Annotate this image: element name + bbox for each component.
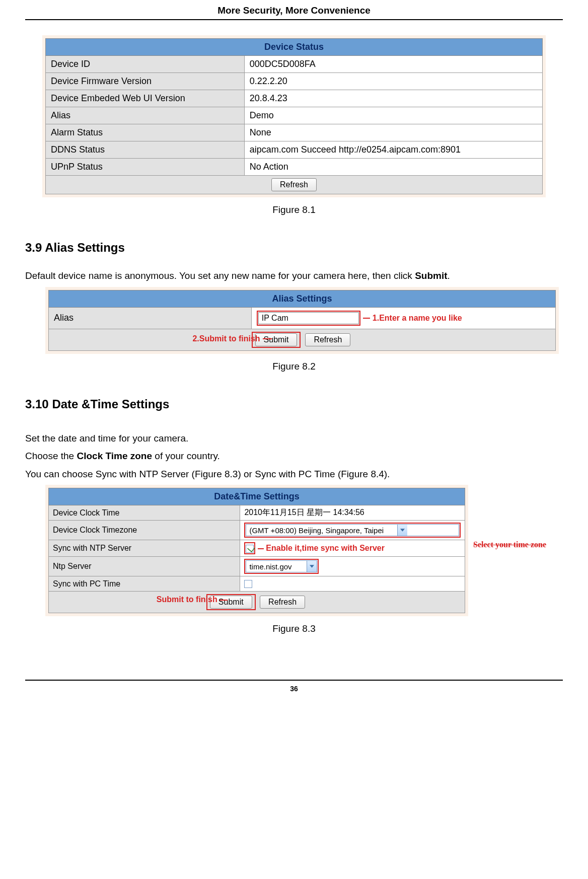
sync-ntp-checkbox[interactable]: [246, 545, 254, 553]
text-bold: Clock Time zone: [77, 451, 152, 461]
document-header: More Security, More Convenience: [25, 0, 563, 20]
alias-settings-title: Alias Settings: [49, 290, 556, 307]
figure-8-3: Date&Time Settings Device Clock Time 201…: [45, 485, 468, 616]
alias-label: Alias: [49, 307, 252, 329]
text: .: [448, 270, 450, 281]
refresh-button-fig83[interactable]: Refresh: [260, 596, 305, 609]
figure-8-2: Alias Settings Alias 1.Enter a name you …: [45, 287, 559, 354]
sync-ntp-cell: Enable it,time sync with Server: [240, 540, 465, 557]
row-value: 000DC5D008FA: [244, 56, 542, 73]
timezone-select-value: (GMT +08:00) Beijing, Singapore, Taipei: [246, 525, 397, 536]
chevron-down-icon: [397, 525, 407, 536]
page-number: 36: [25, 680, 563, 693]
figure-8-2-caption: Figure 8.2: [25, 361, 563, 372]
figure-8-3-caption: Figure 8.3: [25, 623, 563, 634]
datetime-settings-table: Date&Time Settings Device Clock Time 201…: [48, 488, 465, 613]
heading-3-10: 3.10 Date &Time Settings: [25, 397, 563, 411]
row-value: 20.8.4.23: [244, 90, 542, 107]
figure-8-1-caption: Figure 8.1: [25, 204, 563, 215]
text: of your country.: [152, 451, 220, 461]
row-label: Device Embeded Web UI Version: [46, 90, 245, 107]
timezone-select[interactable]: (GMT +08:00) Beijing, Singapore, Taipei: [246, 524, 459, 536]
heading-3-9: 3.9 Alias Settings: [25, 241, 563, 255]
sec39-paragraph: Default device name is anonymous. You se…: [25, 269, 563, 283]
row-label: UPnP Status: [46, 159, 245, 176]
row-label: Device ID: [46, 56, 245, 73]
alias-input-highlight: [257, 311, 360, 326]
sync-pc-label: Sync with PC Time: [49, 576, 240, 592]
ntp-server-label: Ntp Server: [49, 557, 240, 576]
sec310-p3: You can choose Sync with NTP Server (Fig…: [25, 467, 563, 481]
sync-ntp-label: Sync with NTP Server: [49, 540, 240, 557]
row-value: None: [244, 124, 542, 141]
annotation-select-timezone: Select your time zone: [473, 540, 546, 549]
row-label: DDNS Status: [46, 141, 245, 159]
alias-value-cell: 1.Enter a name you like: [251, 307, 555, 329]
text-bold: Submit: [415, 270, 447, 281]
figure-8-1: Device Status Device ID000DC5D008FA Devi…: [42, 35, 546, 197]
timezone-cell: (GMT +08:00) Beijing, Singapore, Taipei: [240, 521, 465, 540]
sec310-p1: Set the date and time for your camera.: [25, 431, 563, 446]
row-value: Demo: [244, 107, 542, 124]
row-label: Device Firmware Version: [46, 73, 245, 90]
row-value: No Action: [244, 159, 542, 176]
clock-time-label: Device Clock Time: [49, 505, 240, 521]
row-value: aipcam.com Succeed http://e0254.aipcam.c…: [244, 141, 542, 159]
ntp-server-select[interactable]: time.nist.gov: [246, 560, 317, 572]
sync-pc-cell: [240, 576, 465, 592]
annotation-submit-finish-fig83: Submit to finish: [157, 595, 217, 604]
annotation-enter-name: 1.Enter a name you like: [373, 314, 462, 322]
text: Default device name is anonymous. You se…: [25, 270, 415, 281]
device-status-table: Device Status Device ID000DC5D008FA Devi…: [45, 38, 543, 194]
annotation-submit-finish: 2.Submit to finish: [192, 334, 260, 343]
timezone-label: Device Clock Timezone: [49, 521, 240, 540]
chevron-down-icon: [307, 561, 317, 572]
refresh-button-fig82[interactable]: Refresh: [305, 333, 350, 346]
annotation-enable-ntp: Enable it,time sync with Server: [266, 544, 385, 552]
refresh-button-fig81[interactable]: Refresh: [271, 178, 317, 191]
row-value: 0.22.2.20: [244, 73, 542, 90]
clock-time-value: 2010年11月15日 星期一 14:34:56: [240, 505, 465, 521]
row-label: Alias: [46, 107, 245, 124]
text: Choose the: [25, 451, 77, 461]
alias-input[interactable]: [258, 312, 359, 324]
row-label: Alarm Status: [46, 124, 245, 141]
datetime-title: Date&Time Settings: [49, 488, 465, 505]
ntp-server-value: time.nist.gov: [246, 561, 307, 572]
ntp-server-cell: time.nist.gov: [240, 557, 465, 576]
device-status-title: Device Status: [46, 39, 543, 56]
alias-settings-table: Alias Settings Alias 1.Enter a name you …: [48, 290, 556, 351]
sec310-p2: Choose the Clock Time zone of your count…: [25, 449, 563, 463]
sync-pc-checkbox[interactable]: [244, 580, 252, 588]
